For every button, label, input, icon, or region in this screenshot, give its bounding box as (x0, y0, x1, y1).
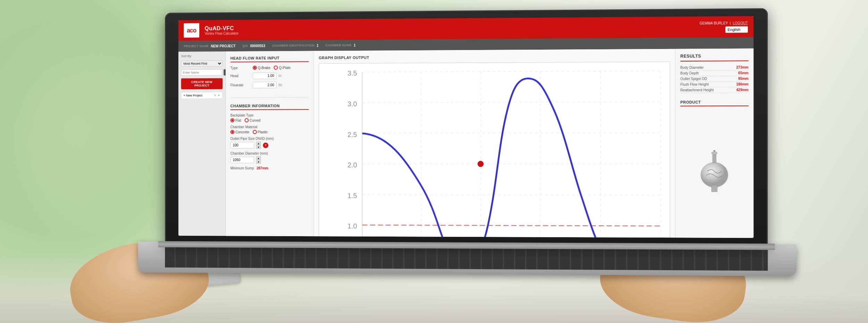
svg-text:3.0: 3.0 (348, 100, 357, 108)
result-row: Reattachment Height 429mm (680, 87, 748, 93)
graph-panel: GRAPH DISPLAY OUTPUT (314, 49, 675, 238)
diameter-spinner: ▲ ▼ (256, 156, 261, 164)
result-value: 95mm (738, 77, 749, 81)
material-plastic[interactable]: Plastic (253, 130, 268, 134)
outlet-up[interactable]: ▲ (256, 142, 261, 145)
laptop-bezel: aco QuAD-VFC Vortex Flow Calculator GEMM… (165, 8, 768, 248)
head-flow-title: HEAD FLOW RATE INput (231, 56, 309, 63)
flowrate-unit: l/s (278, 83, 282, 87)
material-concrete[interactable]: Concrete (231, 130, 249, 134)
min-sump-label: Minimum Sump (231, 166, 254, 170)
svg-point-35 (713, 150, 715, 151)
plastic-radio[interactable] (253, 130, 257, 134)
svg-point-28 (477, 160, 484, 167)
min-sump-value: 287mm (257, 166, 268, 170)
qbrake-radio[interactable] (253, 66, 257, 70)
outlet-label: Outlet Pipe Size DN/ID (mm) (231, 137, 309, 141)
chamber-section: CHAMBER INFORMATION Backplate Type Flat (231, 103, 309, 170)
qid-value: 00000553 (250, 44, 265, 48)
delete-icon: ✕ (218, 94, 220, 97)
product-svg (695, 150, 734, 193)
head-input[interactable] (253, 73, 276, 79)
type-qplate[interactable]: Q-Plate (274, 66, 291, 70)
laptop-keyboard (165, 247, 768, 271)
type-label: Type (231, 66, 251, 70)
laptop-screen: aco QuAD-VFC Vortex Flow Calculator GEMM… (178, 16, 753, 238)
edit-icon: ✎ (214, 94, 217, 97)
material-radio-group: Concrete Plastic (231, 130, 309, 134)
curved-label: Curved (250, 118, 261, 122)
results-panel: RESULTS Body Diameter 273mm Body Depth 6… (675, 49, 753, 238)
diameter-row: ▲ ▼ (231, 156, 309, 164)
result-label: Body Diameter (680, 66, 704, 69)
chamber-title: CHAMBER INFORMATION (231, 103, 309, 110)
results-title: RESULTS (680, 53, 748, 61)
head-unit: m (278, 74, 281, 78)
result-label: Body Depth (680, 71, 699, 75)
type-qbrake[interactable]: Q-Brake (253, 66, 270, 70)
curved-radio[interactable] (244, 118, 249, 122)
qplate-radio[interactable] (274, 66, 278, 70)
app-ui: aco QuAD-VFC Vortex Flow Calculator GEMM… (178, 16, 753, 238)
sort-label: Sort By: (181, 54, 223, 58)
main-content: HEAD FLOW RATE INput Type Q-Brake (226, 49, 753, 238)
diameter-up[interactable]: ▲ (256, 156, 261, 160)
nav-project-name: PROJECT NAME NEW PROJECT (184, 44, 235, 48)
svg-line-3 (362, 102, 661, 103)
nav-qid: QID 00000553 (242, 44, 265, 48)
result-row: Flush Flow Height 186mm (680, 82, 748, 88)
min-sump-row: Minimum Sump 287mm (231, 166, 309, 170)
result-value: 186mm (736, 82, 749, 86)
section-divider (231, 97, 309, 98)
result-label: Outlet Spigot OD (680, 77, 707, 81)
flowrate-label: Flowrate (231, 83, 251, 87)
backplate-flat[interactable]: Flat (231, 118, 241, 123)
backplate-radio-group: Flat Curved (231, 118, 309, 122)
head-label: Head (231, 74, 251, 78)
outlet-help-icon[interactable]: ? (263, 142, 268, 148)
product-title: PRODUCT (680, 100, 748, 107)
name-row: ENTER (181, 69, 223, 75)
sidebar: Sort By: Most Recent First ENTER CREATE … (178, 51, 226, 236)
svg-text:2.0: 2.0 (348, 161, 357, 169)
results-list: Body Diameter 273mm Body Depth 65mm Outl… (680, 65, 748, 93)
svg-point-30 (701, 163, 728, 187)
sidebar-project-item[interactable]: + New Project ✎ ✕ (181, 92, 223, 99)
result-label: Flush Flow Height (680, 82, 709, 86)
project-item-icons: ✎ ✕ (214, 94, 220, 97)
logout-link[interactable]: LOGOUT (733, 21, 748, 25)
create-project-button[interactable]: CREATE NEW PROJECT (181, 78, 223, 89)
project-item-label: + New Project (183, 94, 202, 97)
name-input[interactable] (181, 69, 223, 75)
outlet-input[interactable] (231, 142, 254, 149)
result-value: 65mm (738, 71, 749, 75)
qplate-label: Q-Plate (279, 66, 290, 69)
flat-radio[interactable] (231, 118, 235, 123)
language-select[interactable]: English (725, 26, 748, 33)
backplate-curved[interactable]: Curved (244, 118, 260, 122)
logo-text: aco (187, 27, 196, 34)
svg-line-4 (362, 133, 661, 133)
product-image (680, 110, 748, 233)
type-radio-group: Q-Brake Q-Plate (253, 66, 291, 70)
flowrate-input[interactable] (253, 82, 276, 88)
chamber-name-value: 1 (354, 43, 356, 47)
outlet-down[interactable]: ▼ (256, 146, 261, 149)
app-body: Sort By: Most Recent First ENTER CREATE … (178, 49, 753, 238)
outlet-field: Outlet Pipe Size DN/ID (mm) ▲ ▼ ? (231, 137, 309, 149)
app-header: aco QuAD-VFC Vortex Flow Calculator GEMM… (178, 16, 753, 41)
result-value: 273mm (736, 65, 749, 69)
diameter-down[interactable]: ▼ (256, 160, 261, 164)
flat-label: Flat (235, 118, 241, 122)
svg-text:2.5: 2.5 (348, 131, 357, 138)
nav-chamber-id: CHAMBER IDENTIFICATION 1 (272, 43, 318, 48)
app-logo: aco (184, 23, 199, 38)
project-name-label: PROJECT NAME (184, 44, 209, 48)
concrete-radio[interactable] (231, 130, 235, 134)
sort-select[interactable]: Most Recent First (181, 60, 223, 67)
svg-text:1.5: 1.5 (348, 192, 357, 199)
diameter-field: Chamber Diameter (mm) ▲ ▼ (231, 151, 309, 164)
diameter-input[interactable] (231, 157, 254, 163)
svg-text:3.5: 3.5 (348, 69, 357, 77)
result-row: Body Diameter 273mm (680, 65, 748, 71)
